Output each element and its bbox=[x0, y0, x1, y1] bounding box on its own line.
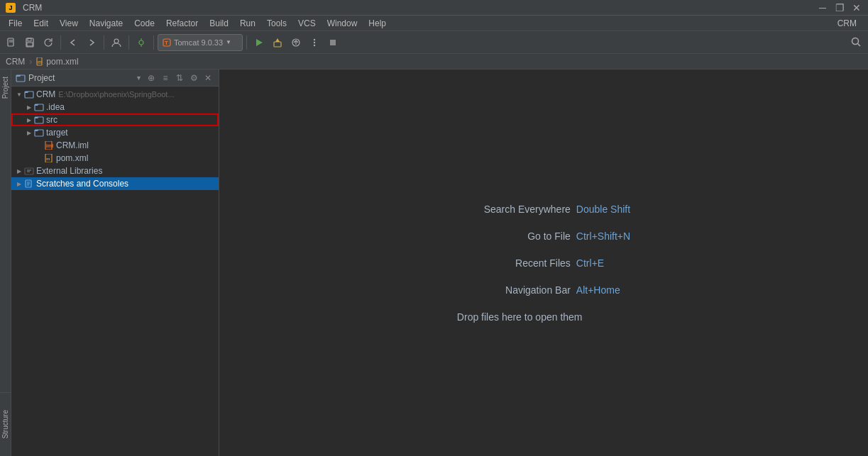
close-button[interactable]: ✕ bbox=[851, 2, 862, 13]
hint-row-search: Search Everywhere Double Shift bbox=[457, 204, 630, 215]
scratches-label: Scratches and Consoles bbox=[36, 179, 128, 189]
run-button[interactable] bbox=[251, 34, 268, 51]
drop-files-label: Drop files here to open them bbox=[457, 311, 583, 323]
recent-files-label: Recent Files bbox=[457, 257, 571, 269]
hint-row-drop: Drop files here to open them bbox=[457, 311, 630, 323]
menu-help[interactable]: Help bbox=[363, 17, 392, 30]
navigation-bar-label: Navigation Bar bbox=[457, 284, 571, 296]
expand-arrow-ext-libs[interactable]: ▶ bbox=[14, 166, 24, 176]
file-tree[interactable]: ▼ CRM E:\Dropbox\phoenix\SpringBoot... ▶… bbox=[11, 87, 219, 456]
svg-rect-5 bbox=[27, 43, 33, 46]
svg-marker-12 bbox=[256, 39, 263, 46]
scroll-button[interactable]: ⇅ bbox=[173, 72, 186, 84]
tree-item-crm-root[interactable]: ▼ CRM E:\Dropbox\phoenix\SpringBoot... bbox=[11, 88, 219, 101]
expand-arrow-scratches[interactable]: ▶ bbox=[14, 179, 24, 189]
menu-tools[interactable]: Tools bbox=[261, 17, 292, 30]
tree-item-target[interactable]: ▶ target bbox=[11, 126, 219, 139]
menu-file[interactable]: File bbox=[3, 17, 28, 30]
build-button[interactable] bbox=[269, 34, 286, 51]
tree-item-pom-xml[interactable]: m pom.xml bbox=[11, 152, 219, 165]
navigation-bar-shortcut: Alt+Home bbox=[576, 284, 620, 296]
folder-target-icon bbox=[34, 128, 44, 137]
breadcrumb-file[interactable]: mpom.xml bbox=[36, 57, 78, 67]
menu-navigate[interactable]: Navigate bbox=[84, 17, 128, 30]
save-button[interactable] bbox=[21, 34, 38, 51]
menu-view[interactable]: View bbox=[54, 17, 84, 30]
external-libraries-label: External Libraries bbox=[36, 166, 102, 176]
locate-file-button[interactable]: ⊕ bbox=[145, 72, 158, 84]
svg-point-21 bbox=[852, 38, 859, 44]
hint-row-recent: Recent Files Ctrl+E bbox=[457, 257, 630, 269]
run-config-dropdown[interactable]: T Tomcat 9.0.33 ▼ bbox=[158, 34, 243, 51]
menu-edit[interactable]: Edit bbox=[28, 17, 54, 30]
expand-arrow-crm[interactable]: ▼ bbox=[14, 89, 24, 99]
close-panel-button[interactable]: ✕ bbox=[202, 72, 214, 84]
menu-window[interactable]: Window bbox=[322, 17, 363, 30]
breadcrumb-project[interactable]: CRM bbox=[6, 57, 25, 67]
recent-files-shortcut: Ctrl+E bbox=[576, 257, 604, 269]
toolbar-right bbox=[848, 34, 865, 51]
menu-build[interactable]: Build bbox=[204, 17, 234, 30]
back-button[interactable] bbox=[65, 34, 82, 51]
search-everywhere-label: Search Everywhere bbox=[457, 204, 571, 215]
expand-arrow-src[interactable]: ▶ bbox=[24, 115, 34, 125]
menu-run[interactable]: Run bbox=[234, 17, 261, 30]
forward-button[interactable] bbox=[83, 34, 100, 51]
svg-point-19 bbox=[314, 44, 315, 45]
tree-item-external-libraries[interactable]: ▶ External Libraries bbox=[11, 165, 219, 177]
expand-arrow-idea[interactable]: ▶ bbox=[24, 102, 34, 112]
svg-point-18 bbox=[314, 41, 315, 43]
target-label: target bbox=[46, 128, 68, 138]
new-file-button[interactable] bbox=[3, 34, 20, 51]
separator-3 bbox=[128, 35, 129, 50]
structure-side-tab[interactable]: Structure bbox=[0, 392, 11, 456]
refresh-button[interactable] bbox=[40, 34, 57, 51]
menu-bar: File Edit View Navigate Code Refactor Bu… bbox=[0, 16, 868, 31]
panel-actions: ⊕ ≡ ⇅ ⚙ ✕ bbox=[145, 72, 214, 84]
menu-vcs[interactable]: VCS bbox=[292, 17, 322, 30]
stop-button[interactable] bbox=[324, 34, 341, 51]
crm-root-path: E:\Dropbox\phoenix\SpringBoot... bbox=[58, 90, 174, 99]
hint-row-goto: Go to File Ctrl+Shift+N bbox=[457, 230, 630, 242]
folder-idea-icon bbox=[34, 103, 44, 111]
main-layout: Project Project ▼ ⊕ ≡ ⇅ ⚙ ✕ ▼ CRM E:\Dro bbox=[0, 69, 868, 456]
tree-item-crm-iml[interactable]: iml CRM.iml bbox=[11, 139, 219, 152]
folder-icon bbox=[16, 73, 26, 83]
content-area: Search Everywhere Double Shift Go to Fil… bbox=[219, 69, 868, 456]
separator-2 bbox=[104, 35, 104, 50]
settings-button[interactable]: ⚙ bbox=[187, 72, 200, 84]
project-panel: Project ▼ ⊕ ≡ ⇅ ⚙ ✕ ▼ CRM E:\Dropbox\pho… bbox=[11, 69, 219, 456]
project-icon bbox=[24, 90, 34, 99]
breadcrumb: CRM › mpom.xml bbox=[0, 54, 868, 69]
xml-file-icon: m bbox=[44, 154, 54, 162]
tree-item-src[interactable]: ▶ src bbox=[11, 113, 219, 126]
update-button[interactable] bbox=[287, 34, 304, 51]
project-panel-header: Project ▼ ⊕ ≡ ⇅ ⚙ ✕ bbox=[11, 69, 219, 87]
menu-refactor[interactable]: Refactor bbox=[160, 17, 204, 30]
minimize-button[interactable]: ─ bbox=[817, 2, 828, 13]
user-button[interactable] bbox=[108, 34, 125, 51]
folder-src-icon bbox=[34, 116, 44, 124]
svg-marker-14 bbox=[275, 38, 280, 42]
src-label: src bbox=[46, 115, 57, 125]
window-controls: ─ ❐ ✕ bbox=[817, 2, 862, 13]
panel-dropdown-arrow[interactable]: ▼ bbox=[136, 74, 142, 82]
dropdown-arrow-icon: ▼ bbox=[226, 39, 231, 45]
menu-code[interactable]: Code bbox=[128, 17, 160, 30]
more-actions-button[interactable] bbox=[306, 34, 323, 51]
maximize-button[interactable]: ❐ bbox=[834, 2, 845, 13]
app-icon: J bbox=[6, 3, 16, 13]
goto-file-label: Go to File bbox=[457, 230, 571, 242]
search-everywhere-button[interactable] bbox=[848, 34, 865, 51]
collapse-all-button[interactable]: ≡ bbox=[159, 72, 172, 84]
hint-row-navbar: Navigation Bar Alt+Home bbox=[457, 284, 630, 296]
tree-item-scratches[interactable]: ▶ Scratches and Consoles bbox=[11, 177, 219, 190]
expand-arrow-target[interactable]: ▶ bbox=[24, 128, 34, 138]
svg-point-17 bbox=[314, 38, 315, 40]
svg-point-6 bbox=[114, 39, 119, 43]
svg-rect-20 bbox=[330, 40, 336, 45]
commit-button[interactable] bbox=[133, 34, 150, 51]
tree-item-idea[interactable]: ▶ .idea bbox=[11, 101, 219, 113]
project-side-tab[interactable]: Project bbox=[0, 72, 11, 103]
iml-file-icon: iml bbox=[44, 141, 54, 150]
